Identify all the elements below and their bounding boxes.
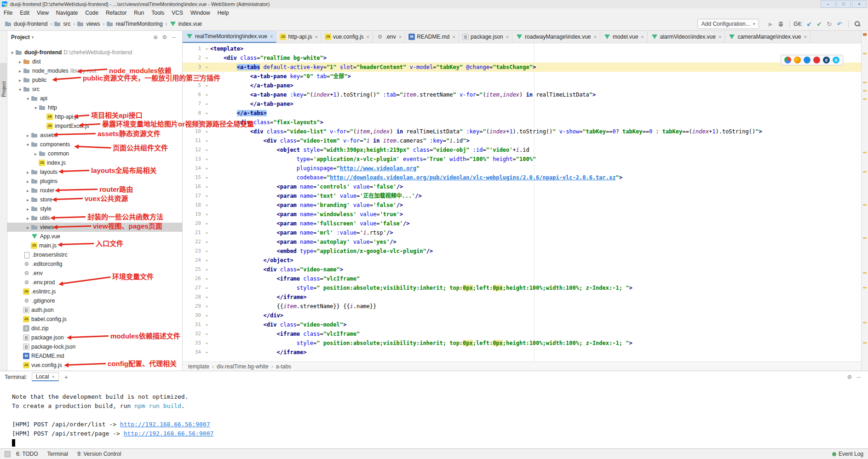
nav-crumb-index-vue[interactable]: index.vue — [169, 20, 202, 28]
code-editor[interactable]: 1<template>2 <div class="realTime bg-whi… — [183, 43, 861, 361]
inspection-indicator[interactable] — [863, 33, 867, 36]
tree-item-gitignore[interactable]: ⚙.gitignore — [7, 296, 182, 305]
menu-code[interactable]: Code — [81, 8, 102, 17]
menu-tools[interactable]: Tools — [148, 8, 168, 17]
nav-crumb-realtimemonitoring[interactable]: realTimeMonitoring — [106, 20, 162, 28]
close-tab-icon[interactable]: × — [641, 34, 644, 40]
editor-crumb-template[interactable]: template — [188, 363, 209, 370]
close-button[interactable]: × — [852, 0, 867, 8]
tree-item-src[interactable]: ▾src — [7, 85, 182, 94]
tree-expand-arrow-icon[interactable]: ▸ — [25, 188, 31, 193]
menu-help[interactable]: Help — [214, 8, 233, 17]
editor-tab-cameramanage-index-vue[interactable]: cameraManage\index.vue× — [725, 31, 811, 43]
tree-expand-arrow-icon[interactable]: ▾ — [33, 105, 39, 110]
close-tab-icon[interactable]: × — [804, 34, 806, 40]
editor-tab-package-json[interactable]: {}package.json× — [459, 31, 512, 43]
run-icon[interactable]: ▶ — [765, 19, 776, 29]
tree-item-env[interactable]: ⚙.env — [7, 269, 182, 278]
close-tab-icon[interactable]: × — [719, 34, 721, 40]
tree-expand-arrow-icon[interactable]: ▸ — [25, 197, 31, 202]
editor-tab-realtimemonitoring-index-vue[interactable]: realTimeMonitoring\index.vue× — [183, 31, 276, 43]
event-log-button[interactable]: Event Log — [832, 451, 863, 457]
project-panel-title[interactable]: Project — [11, 34, 30, 40]
tree-item-browserslistrc[interactable]: .browserslistrc — [7, 250, 182, 259]
nav-crumb-src[interactable]: src — [54, 20, 70, 28]
chevron-down-icon[interactable]: ▾ — [32, 35, 34, 40]
close-tab-icon[interactable]: × — [594, 34, 597, 40]
menu-vcs[interactable]: VCS — [168, 8, 187, 17]
error-stripe-mark[interactable] — [863, 90, 867, 92]
minimize-button[interactable]: – — [821, 0, 835, 8]
menu-refactor[interactable]: Refactor — [102, 8, 130, 17]
tree-expand-arrow-icon[interactable]: ▸ — [33, 151, 39, 156]
menu-window[interactable]: Window — [187, 8, 214, 17]
terminal-link[interactable]: http://192.168.66.56:9007 — [124, 430, 214, 437]
tree-item-api[interactable]: ▾api — [7, 94, 182, 103]
error-stripe-mark[interactable] — [863, 98, 867, 100]
close-tab-icon[interactable]: × — [452, 34, 455, 40]
error-stripe-mark[interactable] — [863, 53, 867, 54]
close-tab-icon[interactable]: × — [367, 34, 369, 40]
tree-item-app-vue[interactable]: App.vue — [7, 232, 182, 241]
error-stripe-mark[interactable] — [863, 342, 867, 344]
nav-crumb-views[interactable]: views — [77, 20, 100, 28]
tree-item-auth-json[interactable]: {}auth.json — [7, 305, 182, 315]
menu-view[interactable]: View — [33, 8, 52, 17]
error-stripe-mark[interactable] — [863, 272, 867, 274]
error-stripe-mark[interactable] — [863, 322, 867, 323]
git-revert-icon[interactable]: ↶ — [834, 19, 845, 29]
terminal-settings-gear-icon[interactable]: ⚙ — [845, 374, 854, 380]
editor-tab-vue-config-js[interactable]: JSvue.config.js× — [322, 31, 373, 43]
editor-tab-readme-md[interactable]: MREADME.md× — [405, 31, 459, 43]
editor-tab-model-vue[interactable]: model.vue× — [600, 31, 648, 43]
menu-run[interactable]: Run — [130, 8, 148, 17]
tree-item-dist[interactable]: ▸dist — [7, 57, 182, 66]
tree-expand-arrow-icon[interactable]: ▸ — [25, 170, 31, 175]
terminal-output[interactable]: Note that the development build is not o… — [0, 392, 868, 448]
tree-item-eslintrc-js[interactable]: JS.eslintrc.js — [7, 287, 182, 296]
error-stripe-mark[interactable] — [863, 237, 867, 239]
opera-icon[interactable] — [813, 57, 820, 63]
search-everywhere-icon[interactable] — [852, 19, 862, 29]
tree-expand-arrow-icon[interactable]: ▸ — [25, 225, 31, 230]
menu-edit[interactable]: Edit — [16, 8, 33, 17]
new-terminal-icon[interactable]: + — [63, 373, 70, 381]
tree-expand-arrow-icon[interactable]: ▾ — [25, 142, 31, 147]
tree-item-plugins[interactable]: ▸plugins — [7, 177, 182, 186]
tool-window-switcher-icon[interactable] — [5, 451, 11, 457]
tree-item-package-lock-json[interactable]: {}package-lock.json — [7, 342, 182, 351]
close-tab-icon[interactable]: × — [315, 34, 317, 40]
hide-panel-icon[interactable]: ─ — [169, 34, 178, 40]
tree-expand-arrow-icon[interactable]: ▸ — [25, 216, 31, 221]
firefox-icon[interactable] — [794, 57, 801, 63]
error-stripe-mark[interactable] — [863, 171, 867, 172]
tree-item-duoji-frontend[interactable]: ▾duoji-frontend D:\zheheWeb\duoji-fronte… — [7, 48, 182, 57]
editor-crumb-div-realtime-bg-white[interactable]: div.realTime.bg-white — [217, 363, 269, 370]
tree-expand-arrow-icon[interactable]: ▸ — [25, 179, 31, 184]
tree-expand-arrow-icon[interactable]: ▾ — [17, 87, 23, 92]
close-terminal-tab-icon[interactable]: × — [52, 374, 54, 379]
ie-icon[interactable]: e — [833, 57, 839, 63]
git-update-icon[interactable]: ↙ — [804, 19, 814, 29]
tree-expand-arrow-icon[interactable]: ▸ — [25, 133, 31, 138]
editor-tab-env[interactable]: ⚙.env× — [373, 31, 405, 43]
status-item-6-todo[interactable]: 6: TODO — [16, 451, 38, 457]
editor-tab-http-api-js[interactable]: JShttp-api.js× — [276, 31, 321, 43]
chrome-icon[interactable] — [784, 57, 791, 63]
menu-file[interactable]: File — [0, 8, 16, 17]
editor-tab-roadwaymanage-index-vue[interactable]: roadwayManage\index.vue× — [512, 31, 600, 43]
error-stripe-mark[interactable] — [863, 204, 867, 206]
tool-window-button-project[interactable]: Project — [0, 63, 7, 97]
tree-expand-arrow-icon[interactable]: ▸ — [25, 207, 31, 212]
editor-tab-alarmvideos-index-vue[interactable]: alarmVideos\index.vue× — [648, 31, 725, 43]
tree-item-babel-config-js[interactable]: JSbabel.config.js — [7, 315, 182, 324]
tree-expand-arrow-icon[interactable]: ▾ — [25, 96, 31, 101]
terminal-minimize-icon[interactable]: ─ — [854, 374, 863, 380]
add-configuration-button[interactable]: Add Configuration... ▾ — [697, 19, 759, 29]
tree-expand-arrow-icon[interactable]: ▸ — [17, 69, 23, 74]
tree-expand-arrow-icon[interactable]: ▾ — [9, 50, 15, 55]
git-history-icon[interactable]: ↻ — [824, 19, 834, 29]
status-item-9-version-control[interactable]: 9: Version Control — [77, 451, 121, 457]
tree-expand-arrow-icon[interactable]: ▸ — [17, 78, 23, 83]
menu-navigate[interactable]: Navigate — [52, 8, 81, 17]
